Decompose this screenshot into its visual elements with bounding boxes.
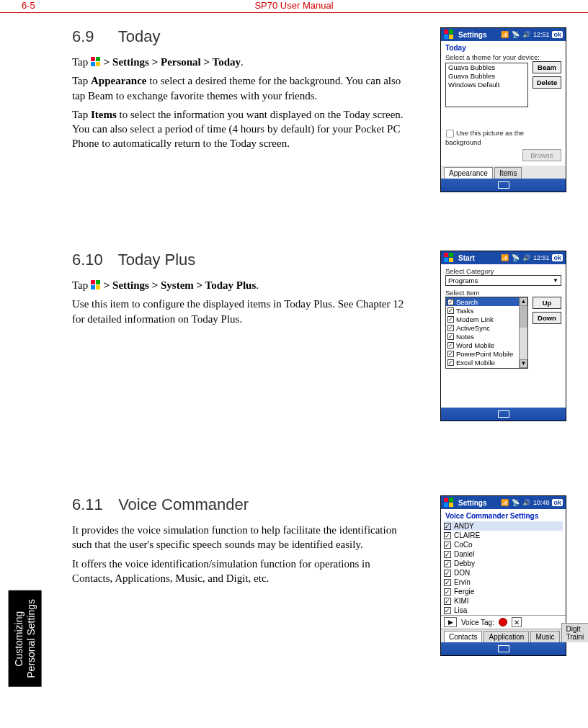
scroll-down-icon[interactable]: ▼ <box>520 359 527 368</box>
ppc-titlebar: Settings 📶 📡 🔊 10:48 ok <box>441 496 566 509</box>
list-item: ✓Notes <box>446 332 527 341</box>
list-item: ✓Search <box>446 297 527 306</box>
antenna-icon: 📡 <box>512 254 520 261</box>
voice-tag-label: Voice Tag: <box>461 619 494 626</box>
chevron-down-icon: ▼ <box>553 277 558 284</box>
document-title: SP70 User Manual <box>254 0 333 11</box>
side-tab-line1: Customizing <box>13 611 24 666</box>
sip-bar <box>441 408 566 421</box>
scrollbar[interactable]: ▲ ▼ <box>519 297 527 368</box>
antenna-icon: 📡 <box>512 499 520 506</box>
clock: 12:51 <box>533 31 550 38</box>
para-voice-1: It provides the voice simulation functio… <box>72 523 411 552</box>
ok-button[interactable]: ok <box>552 499 563 506</box>
para-today-1: Tap > Settings > Personal > Today. <box>72 55 411 69</box>
ok-button[interactable]: ok <box>552 31 563 38</box>
keyboard-icon[interactable] <box>498 181 509 189</box>
list-item: ✓DON <box>444 568 563 578</box>
start-flag-icon[interactable] <box>444 253 454 263</box>
list-item: ✓Modem Link <box>446 315 527 323</box>
tab-appearance[interactable]: Appearance <box>444 167 493 179</box>
section-today-plus: 6.10 Today Plus Tap > Settings > System … <box>72 251 566 467</box>
contacts-list[interactable]: ✓ANDY ✓CLAIRE ✓CoCo ✓Daniel ✓Debby ✓DON … <box>441 521 566 615</box>
side-tab: Customizing Personal Settings <box>9 590 42 687</box>
list-item: ✓KIMI <box>444 596 563 606</box>
tabs: Contacts Application Music Digit Traini … <box>441 629 566 642</box>
list-item: ✓ANDY <box>444 521 563 531</box>
down-button[interactable]: Down <box>533 312 561 324</box>
tab-digit-training[interactable]: Digit Traini <box>561 623 588 642</box>
category-select[interactable]: Programs▼ <box>445 275 561 286</box>
use-picture-label: Use this picture as the background <box>445 129 524 146</box>
delete-button[interactable]: Delete <box>533 76 561 89</box>
item-listbox[interactable]: ✓Search ✓Tasks ✓Modem Link ✓ActiveSync ✓… <box>445 297 528 369</box>
titlebar-label: Settings <box>458 499 486 507</box>
keyboard-icon[interactable] <box>498 410 509 418</box>
delete-voice-button[interactable]: ✕ <box>512 617 522 627</box>
section-voice-commander: 6.11 Voice Commander It provides the voi… <box>72 495 566 683</box>
ppc-screenshot-today: Settings 📶 📡 🔊 12:51 ok Today Select a t… <box>440 27 566 192</box>
tab-contacts[interactable]: Contacts <box>444 631 482 642</box>
scroll-thumb[interactable] <box>520 306 527 328</box>
speaker-icon: 🔊 <box>522 499 530 506</box>
tab-items[interactable]: Items <box>494 167 522 179</box>
list-item: ✓Debby <box>444 559 563 568</box>
sip-bar <box>441 179 566 192</box>
header-bar: 6-5 SP70 User Manual <box>0 0 588 13</box>
theme-item[interactable]: Guava Bubbles <box>446 63 527 72</box>
signal-icon: 📶 <box>501 31 509 38</box>
beam-button[interactable]: Beam <box>533 61 561 73</box>
browse-button: Browse <box>522 149 561 161</box>
ppc-screenshot-voice: Settings 📶 📡 🔊 10:48 ok Voice Commander … <box>440 495 566 656</box>
speaker-icon: 🔊 <box>522 31 530 38</box>
para-todayplus-2: Use this item to configure the displayed… <box>72 297 411 326</box>
start-flag-icon[interactable] <box>444 30 454 40</box>
list-item: ✓ActiveSync <box>446 323 527 332</box>
speaker-icon: 🔊 <box>522 254 530 261</box>
tab-music[interactable]: Music <box>530 631 559 642</box>
theme-item[interactable]: Guava Bubbles <box>446 72 527 81</box>
start-flag-icon[interactable] <box>444 498 454 508</box>
ok-button[interactable]: ok <box>552 254 563 261</box>
list-item: ✓CoCo <box>444 540 563 549</box>
screen-title: Voice Commander Settings <box>441 509 566 521</box>
record-button[interactable] <box>499 618 507 626</box>
category-label: Select Category <box>445 267 561 275</box>
sip-bar <box>441 642 566 655</box>
list-item: ✓PowerPoint Mobile <box>446 349 527 358</box>
list-item: ✓Excel Mobile <box>446 358 527 367</box>
voice-tag-bar: ▶ Voice Tag: ✕ <box>441 615 566 629</box>
list-item: ✓Daniel <box>444 549 563 559</box>
clock: 10:48 <box>533 499 550 506</box>
list-item: ✓Tasks <box>446 306 527 315</box>
signal-icon: 📶 <box>501 499 509 506</box>
theme-item[interactable]: Windows Default <box>446 81 527 89</box>
screen-title: Today <box>441 41 566 53</box>
theme-prompt: Select a theme for your device: <box>445 53 561 61</box>
titlebar-label: Start <box>458 254 475 262</box>
start-icon <box>91 57 101 67</box>
tab-application[interactable]: Application <box>484 631 529 642</box>
tabs: Appearance Items <box>441 166 566 179</box>
titlebar-label: Settings <box>458 31 486 39</box>
ppc-titlebar: Settings 📶 📡 🔊 12:51 ok <box>441 28 566 41</box>
keyboard-icon[interactable] <box>498 645 509 652</box>
theme-listbox[interactable]: Guava Bubbles Guava Bubbles Windows Defa… <box>445 63 528 107</box>
up-button[interactable]: Up <box>533 297 561 309</box>
play-button[interactable]: ▶ <box>444 617 457 627</box>
side-tab-line2: Personal Settings <box>25 599 37 678</box>
signal-icon: 📶 <box>501 254 509 261</box>
list-item: ✓Fergie <box>444 587 563 596</box>
section-today: 6.9 Today Tap > Settings > Personal > To… <box>72 27 566 222</box>
list-item: ✓CLAIRE <box>444 531 563 540</box>
para-todayplus-1: Tap > Settings > System > Today Plus. <box>72 278 411 292</box>
para-voice-2: It offers the voice identification/simul… <box>72 557 411 586</box>
use-picture-checkbox[interactable] <box>446 130 454 138</box>
item-label: Select Item <box>445 289 561 297</box>
list-item: ✓Word Mobile <box>446 341 527 349</box>
scroll-up-icon[interactable]: ▲ <box>520 297 527 306</box>
ppc-screenshot-todayplus: Start 📶 📡 🔊 12:51 ok Select Category Pro… <box>440 251 566 421</box>
start-icon <box>91 280 101 290</box>
antenna-icon: 📡 <box>512 31 520 38</box>
list-item: ✓Lisa <box>444 606 563 615</box>
